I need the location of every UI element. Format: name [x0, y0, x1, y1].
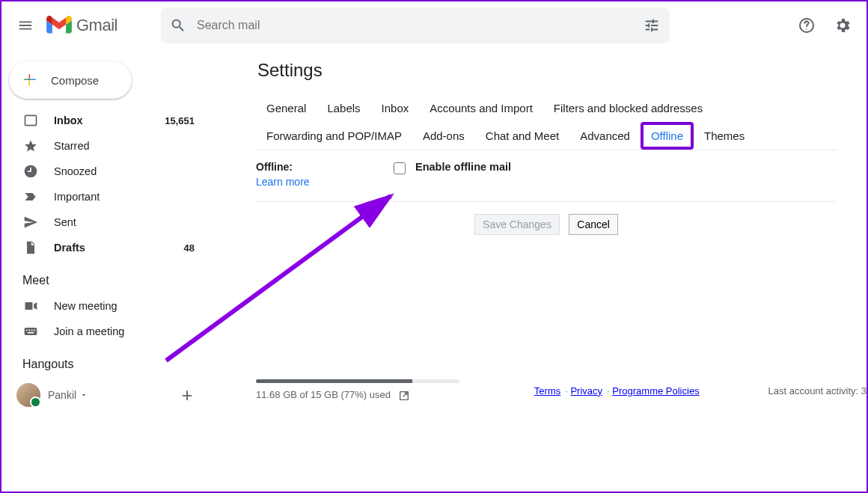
gmail-logo-icon: [46, 16, 72, 35]
clock-icon: [22, 163, 39, 180]
drafts-icon: [22, 239, 39, 256]
svg-rect-4: [26, 330, 28, 331]
storage-info: 11.68 GB of 15 GB (77%) used: [256, 379, 465, 402]
learn-more-link[interactable]: Learn more: [256, 176, 391, 188]
footer-link-terms[interactable]: Terms: [534, 385, 560, 396]
offline-setting-control: Enable offline mail: [391, 161, 511, 188]
main-menu-button[interactable]: [7, 7, 43, 43]
keyboard-icon: [22, 323, 39, 340]
tab-advanced[interactable]: Advanced: [569, 122, 641, 150]
footer-links: Terms Privacy Programme Policies: [465, 385, 768, 396]
gmail-logo[interactable]: Gmail: [46, 16, 117, 35]
page-title: Settings: [256, 49, 837, 94]
tab-filters[interactable]: Filters and blocked addresses: [543, 94, 713, 122]
hangouts-section-header: Hangouts: [1, 344, 211, 377]
footer-link-policies[interactable]: Programme Policies: [612, 385, 699, 396]
offline-setting-row: Offline: Learn more Enable offline mail: [256, 150, 837, 202]
footer-activity: Last account activity: 3: [768, 385, 867, 396]
svg-point-1: [806, 28, 807, 30]
footer: 11.68 GB of 15 GB (77%) used Terms Priva…: [256, 379, 867, 402]
svg-rect-3: [25, 328, 37, 335]
settings-button[interactable]: [828, 10, 858, 40]
cancel-button[interactable]: Cancel: [569, 214, 618, 235]
nav-sent[interactable]: Sent: [1, 209, 211, 235]
main-content: Settings General Labels Inbox Accounts a…: [226, 49, 867, 492]
tab-inbox[interactable]: Inbox: [371, 94, 420, 122]
tab-forwarding[interactable]: Forwarding and POP/IMAP: [256, 122, 412, 150]
header-actions: [792, 10, 858, 40]
svg-rect-6: [31, 330, 33, 331]
inbox-icon: [22, 112, 39, 129]
sidebar: Compose Inbox 15,651 Starred Snoozed Imp…: [1, 49, 211, 492]
chevron-down-icon: [79, 391, 88, 399]
settings-tabs: General Labels Inbox Accounts and Import…: [256, 94, 837, 150]
gmail-logo-text: Gmail: [76, 16, 117, 35]
meet-join-meeting[interactable]: Join a meeting: [1, 319, 211, 344]
open-in-new-icon[interactable]: [398, 390, 410, 402]
nav-drafts[interactable]: Drafts 48: [1, 235, 211, 260]
meet-new-meeting[interactable]: New meeting: [1, 293, 211, 319]
camera-icon: [22, 298, 39, 314]
gear-icon: [834, 16, 852, 34]
important-icon: [22, 189, 39, 205]
folder-nav: Inbox 15,651 Starred Snoozed Important S…: [1, 108, 211, 260]
svg-rect-2: [25, 115, 37, 125]
tab-offline[interactable]: Offline: [641, 122, 694, 150]
compose-label: Compose: [51, 74, 99, 87]
support-button[interactable]: [792, 10, 822, 40]
svg-rect-8: [28, 332, 34, 334]
storage-progress: [256, 379, 459, 383]
header: Gmail: [1, 1, 867, 49]
settings-button-row: Save Changes Cancel: [256, 202, 837, 265]
footer-link-privacy[interactable]: Privacy: [570, 385, 602, 396]
tab-general[interactable]: General: [256, 94, 317, 122]
plus-icon: [19, 70, 40, 91]
compose-button[interactable]: Compose: [9, 61, 132, 99]
hangouts-add-button[interactable]: +: [174, 382, 201, 408]
svg-rect-7: [34, 330, 35, 331]
hamburger-icon: [17, 17, 34, 34]
nav-starred[interactable]: Starred: [1, 133, 211, 159]
hangouts-user-row[interactable]: Pankil +: [1, 377, 211, 413]
search-icon: [170, 17, 186, 34]
nav-important[interactable]: Important: [1, 184, 211, 209]
storage-text: 11.68 GB of 15 GB (77%) used: [256, 389, 391, 400]
enable-offline-checkbox[interactable]: [394, 162, 406, 174]
tab-accounts[interactable]: Accounts and Import: [419, 94, 543, 122]
tab-themes[interactable]: Themes: [694, 122, 755, 150]
nav-inbox[interactable]: Inbox 15,651: [1, 108, 211, 133]
search-input[interactable]: [195, 18, 643, 33]
help-icon: [798, 16, 816, 34]
tune-icon: [644, 17, 660, 34]
tab-labels[interactable]: Labels: [317, 94, 370, 122]
save-changes-button: Save Changes: [474, 214, 560, 235]
meet-section-header: Meet: [1, 260, 211, 293]
send-icon: [22, 214, 39, 230]
tab-chat-meet[interactable]: Chat and Meet: [475, 122, 569, 150]
svg-rect-5: [29, 330, 31, 331]
enable-offline-label: Enable offline mail: [415, 161, 511, 173]
tab-addons[interactable]: Add-ons: [412, 122, 475, 150]
star-icon: [22, 138, 39, 154]
hangouts-user-name: Pankil: [48, 389, 76, 401]
search-bar[interactable]: [161, 7, 670, 43]
user-avatar: [16, 383, 40, 407]
search-options-button[interactable]: [643, 16, 661, 34]
offline-setting-label: Offline: Learn more: [256, 161, 391, 188]
nav-snoozed[interactable]: Snoozed: [1, 159, 211, 184]
